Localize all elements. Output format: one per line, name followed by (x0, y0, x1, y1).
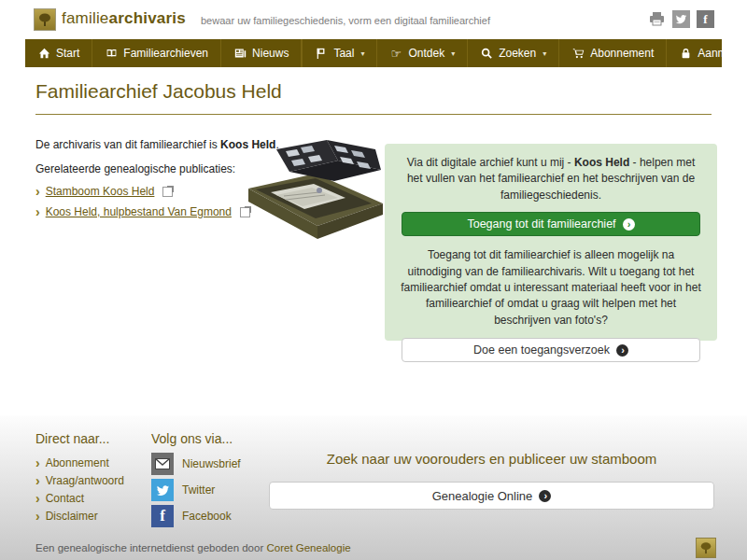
newsletter-icon (151, 453, 174, 475)
brand-bold: archivaris (109, 9, 186, 27)
search-icon (480, 48, 493, 59)
footer-link-contact[interactable]: › Contact (35, 492, 84, 505)
chevron-down-icon: ▾ (360, 49, 364, 58)
book-icon (105, 48, 118, 59)
access-request-button-label: Doe een toegangsverzoek (473, 343, 610, 357)
nav-item-zoeken[interactable]: Zoeken ▾ (467, 39, 558, 67)
footer-link-abonnement[interactable]: › Abonnement (35, 456, 109, 469)
main-navigation: Start Familiearchieven Nieuws Taal ▾ ☞ O… (25, 39, 722, 67)
nav-item-label: Abonnement (590, 47, 654, 60)
tree-icon (37, 12, 52, 27)
access-archive-button-label: Toegang tot dit familiearchief (467, 217, 615, 231)
footer-link-label: Abonnement (46, 456, 109, 469)
tree-icon (699, 541, 712, 554)
footer-twitter-link[interactable]: Twitter (151, 479, 215, 501)
access-panel: Via dit digitale archief kunt u mij - Ko… (385, 144, 717, 341)
nav-item-label: Start (56, 47, 79, 60)
home-icon (37, 48, 50, 59)
nav-item-abonnement[interactable]: Abonnement (558, 39, 666, 67)
footer-link-vraag-antwoord[interactable]: › Vraag/antwoord (35, 474, 124, 487)
chevron-down-icon: ▾ (543, 49, 546, 58)
genealogie-online-button[interactable]: Genealogie Online › (269, 482, 714, 510)
genealogie-online-button-label: Genealogie Online (432, 489, 533, 503)
social-label: Nieuwsbrief (182, 457, 241, 470)
nav-item-label: Taal (333, 47, 354, 60)
chevron-right-icon: › (35, 205, 40, 218)
arrow-circle-icon: › (616, 344, 628, 357)
header-share-icons: f (648, 10, 714, 28)
intro-prefix: De archivaris van dit familiearchief is (35, 138, 220, 151)
social-label: Twitter (182, 483, 215, 497)
language-icon (315, 48, 328, 59)
external-link-icon (162, 187, 173, 197)
chevron-right-icon: › (35, 510, 40, 523)
title-divider (35, 114, 712, 115)
publication-link-hulpbestand[interactable]: Koos Held, hulpbestand Van Egmond (46, 205, 232, 218)
publications-label: Gerelateerde genealogische publicaties: (35, 162, 235, 175)
chevron-right-icon: › (35, 185, 40, 198)
lock-icon (679, 48, 692, 59)
coret-tree-badge[interactable] (696, 538, 716, 558)
hand-icon: ☞ (389, 47, 402, 61)
footer-follow-heading: Volg ons via... (151, 431, 233, 446)
publication-link-stamboom[interactable]: Stamboom Koos Held (46, 185, 155, 198)
footer-promo-heading: Zoek naar uw voorouders en publiceer uw … (269, 451, 714, 467)
nav-item-label: Zoeken (499, 47, 536, 60)
footer-credit: Een genealogische internetdienst geboden… (35, 542, 351, 553)
site-tagline: bewaar uw familiegeschiedenis, vorm een … (201, 15, 490, 26)
archive-box-photo (241, 136, 387, 241)
nav-item-label: Ontdek (408, 47, 444, 60)
print-icon[interactable] (648, 10, 666, 28)
publication-link-row: › Stamboom Koos Held (35, 185, 173, 198)
footer-link-label: Vraag/antwoord (46, 474, 124, 487)
chevron-right-icon: › (35, 474, 40, 487)
nav-item-aanmelden[interactable]: Aanmelden ▾ (666, 39, 747, 67)
panel-archivist-name: Koos Held (574, 156, 629, 169)
panel-intro-prefix: Via dit digitale archief kunt u mij - (407, 156, 574, 169)
footer-link-disclaimer[interactable]: › Disclaimer (35, 510, 98, 523)
brand-regular: familie (62, 9, 109, 27)
publication-link-row: › Koos Held, hulpbestand Van Egmond (35, 205, 250, 218)
nav-item-ontdek[interactable]: ☞ Ontdek ▾ (376, 39, 467, 67)
news-icon (233, 48, 247, 59)
nav-left-group: Start Familiearchieven Nieuws (25, 39, 302, 67)
chevron-right-icon: › (35, 492, 40, 505)
chevron-right-icon: › (35, 456, 40, 469)
cart-icon (571, 48, 585, 59)
facebook-icon: f (151, 505, 174, 527)
page-title: Familiearchief Jacobus Held (35, 80, 282, 103)
panel-intro: Via dit digitale archief kunt u mij - Ko… (400, 155, 702, 203)
arrow-circle-icon: › (623, 218, 635, 231)
nav-item-start[interactable]: Start (25, 39, 92, 67)
access-request-button[interactable]: Doe een toegangsverzoek › (402, 338, 700, 362)
nav-item-label: Familiearchieven (123, 47, 208, 60)
nav-item-label: Nieuws (252, 47, 289, 60)
arrow-circle-icon: › (539, 490, 551, 502)
social-label: Facebook (182, 510, 232, 523)
nav-item-nieuws[interactable]: Nieuws (221, 39, 302, 67)
nav-item-familiearchieven[interactable]: Familiearchieven (92, 39, 221, 67)
brand-name[interactable]: familiearchivaris (62, 9, 186, 28)
footer-facebook-link[interactable]: f Facebook (151, 505, 232, 527)
footer-credit-text: Een genealogische internetdienst geboden… (35, 542, 266, 553)
footer-newsletter-link[interactable]: Nieuwsbrief (151, 453, 241, 475)
footer-link-label: Contact (46, 492, 84, 505)
nav-right-group: Taal ▾ ☞ Ontdek ▾ Zoeken ▾ Abonnement Aa… (302, 39, 747, 67)
nav-item-label: Aanmelden (698, 47, 747, 60)
access-archive-button[interactable]: Toegang tot dit familiearchief › (402, 212, 700, 236)
footer-direct-heading: Direct naar... (35, 431, 109, 446)
facebook-icon[interactable]: f (697, 10, 714, 28)
twitter-icon (151, 479, 174, 501)
chevron-down-icon: ▾ (451, 49, 455, 58)
panel-request-text: Toegang tot dit familiearchief is alleen… (400, 247, 702, 329)
coret-genealogie-link[interactable]: Coret Genealogie (266, 542, 350, 553)
twitter-icon[interactable] (672, 10, 690, 28)
site-logo[interactable] (34, 8, 56, 31)
nav-item-taal[interactable]: Taal ▾ (302, 39, 376, 67)
footer-link-label: Disclaimer (46, 510, 98, 523)
